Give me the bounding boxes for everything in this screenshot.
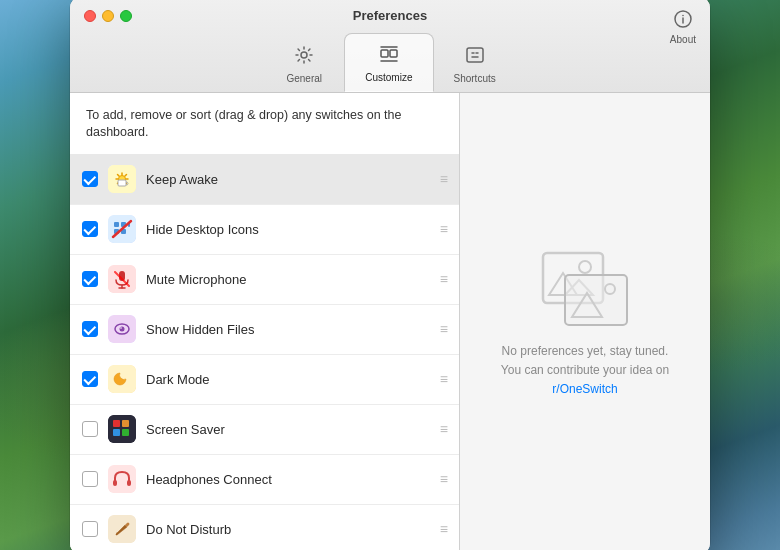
switch-item-keep-awake[interactable]: Keep Awake ≡	[70, 155, 459, 205]
drag-handle-keep-awake[interactable]: ≡	[440, 171, 447, 187]
about-label: About	[670, 34, 696, 45]
drag-handle-screen-saver[interactable]: ≡	[440, 421, 447, 437]
checkbox-screen-saver[interactable]	[82, 421, 98, 437]
drag-handle-hide-desktop[interactable]: ≡	[440, 221, 447, 237]
right-panel: No preferences yet, stay tuned. You can …	[460, 93, 710, 551]
drag-handle-show-hidden[interactable]: ≡	[440, 321, 447, 337]
customize-label: Customize	[365, 72, 412, 83]
hide-desktop-icon	[108, 215, 136, 243]
svg-rect-27	[113, 420, 120, 427]
placeholder-main-text: No preferences yet, stay tuned.	[480, 342, 690, 361]
checkbox-hide-desktop[interactable]	[82, 221, 98, 237]
svg-rect-30	[122, 429, 129, 436]
svg-rect-26	[108, 415, 136, 443]
instruction-text: To add, remove or sort (drag & drop) any…	[70, 93, 459, 155]
about-button[interactable]: About	[670, 8, 696, 45]
tab-general[interactable]: General	[264, 35, 344, 92]
svg-point-24	[120, 327, 122, 329]
switch-item-headphones[interactable]: Headphones Connect ≡	[70, 455, 459, 505]
checkbox-dark-mode[interactable]	[82, 371, 98, 387]
svg-point-23	[120, 327, 125, 332]
checkbox-do-not-disturb[interactable]	[82, 521, 98, 537]
switch-item-mute-microphone[interactable]: Mute Microphone ≡	[70, 255, 459, 305]
keep-awake-icon	[108, 165, 136, 193]
shortcuts-label: Shortcuts	[454, 73, 496, 84]
placeholder-sub-text: You can contribute your idea on r/OneSwi…	[480, 361, 690, 399]
svg-rect-2	[390, 50, 397, 57]
drag-handle-mute-microphone[interactable]: ≡	[440, 271, 447, 287]
svg-rect-1	[381, 50, 388, 57]
left-panel: To add, remove or sort (drag & drop) any…	[70, 93, 460, 551]
switch-item-do-not-disturb[interactable]: Do Not Disturb ≡	[70, 505, 459, 551]
switch-item-show-hidden[interactable]: Show Hidden Files ≡	[70, 305, 459, 355]
checkbox-show-hidden[interactable]	[82, 321, 98, 337]
switch-name-do-not-disturb: Do Not Disturb	[146, 522, 430, 537]
switch-name-headphones: Headphones Connect	[146, 472, 430, 487]
switch-name-dark-mode: Dark Mode	[146, 372, 430, 387]
svg-rect-31	[108, 465, 136, 493]
switch-item-screen-saver[interactable]: Screen Saver ≡	[70, 405, 459, 455]
checkbox-keep-awake[interactable]	[82, 171, 98, 187]
switch-name-hide-desktop: Hide Desktop Icons	[146, 222, 430, 237]
minimize-button[interactable]	[102, 10, 114, 22]
placeholder-art	[535, 248, 635, 328]
checkbox-mute-microphone[interactable]	[82, 271, 98, 287]
headphones-icon	[108, 465, 136, 493]
customize-icon	[375, 40, 403, 68]
svg-rect-8	[118, 180, 126, 186]
svg-rect-3	[467, 48, 483, 62]
svg-point-0	[301, 52, 307, 58]
shortcuts-icon	[461, 41, 489, 69]
tab-shortcuts[interactable]: Shortcuts	[434, 35, 516, 92]
svg-rect-10	[114, 222, 119, 227]
main-content: To add, remove or sort (drag & drop) any…	[70, 93, 710, 551]
title-bar: Preferences General	[70, 0, 710, 93]
oneswitch-link[interactable]: r/OneSwitch	[552, 382, 617, 396]
tab-customize[interactable]: Customize	[344, 33, 433, 92]
switch-name-screen-saver: Screen Saver	[146, 422, 430, 437]
switch-name-show-hidden: Show Hidden Files	[146, 322, 430, 337]
drag-handle-headphones[interactable]: ≡	[440, 471, 447, 487]
switch-item-dark-mode[interactable]: Dark Mode ≡	[70, 355, 459, 405]
svg-rect-28	[122, 420, 129, 427]
checkbox-headphones[interactable]	[82, 471, 98, 487]
dark-mode-icon	[108, 365, 136, 393]
drag-handle-do-not-disturb[interactable]: ≡	[440, 521, 447, 537]
drag-handle-dark-mode[interactable]: ≡	[440, 371, 447, 387]
switch-name-mute-microphone: Mute Microphone	[146, 272, 430, 287]
show-hidden-icon	[108, 315, 136, 343]
toolbar: General Customize	[264, 33, 516, 92]
svg-rect-33	[127, 480, 131, 486]
general-label: General	[286, 73, 322, 84]
traffic-lights	[84, 10, 132, 22]
window-title: Preferences	[353, 8, 427, 23]
switch-item-hide-desktop[interactable]: Hide Desktop Icons ≡	[70, 205, 459, 255]
screen-saver-icon	[108, 415, 136, 443]
placeholder-text: No preferences yet, stay tuned. You can …	[480, 342, 690, 400]
svg-rect-32	[113, 480, 117, 486]
svg-point-37	[579, 261, 591, 273]
svg-rect-29	[113, 429, 120, 436]
svg-point-5	[682, 14, 684, 16]
switch-name-keep-awake: Keep Awake	[146, 172, 430, 187]
maximize-button[interactable]	[120, 10, 132, 22]
switch-list: Keep Awake ≡	[70, 155, 459, 551]
close-button[interactable]	[84, 10, 96, 22]
general-icon	[290, 41, 318, 69]
mute-mic-icon	[108, 265, 136, 293]
preferences-window: Preferences General	[70, 0, 710, 550]
do-not-disturb-icon	[108, 515, 136, 543]
